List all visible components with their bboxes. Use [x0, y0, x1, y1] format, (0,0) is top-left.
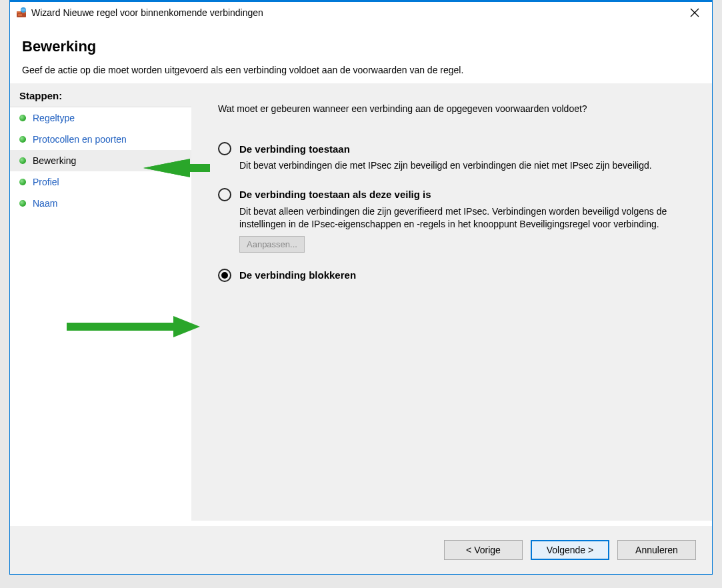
page-subtitle: Geef de actie op die moet worden uitgevo… [22, 65, 700, 75]
window-title: Wizard Nieuwe regel voor binnenkomende v… [31, 7, 680, 18]
step-dot-icon [19, 157, 26, 164]
titlebar: Wizard Nieuwe regel voor binnenkomende v… [10, 2, 712, 23]
step-label: Naam [33, 198, 57, 209]
option-label: De verbinding toestaan als deze veilig i… [239, 189, 431, 200]
wizard-header: Bewerking Geef de actie op die moet word… [10, 23, 712, 83]
radio-allow-secure[interactable] [218, 188, 231, 201]
step-regeltype[interactable]: Regeltype [10, 107, 191, 129]
step-label: Profiel [33, 177, 59, 187]
option-block: De verbinding blokkeren [218, 269, 693, 282]
step-dot-icon [19, 200, 26, 207]
radio-block[interactable] [218, 269, 231, 282]
step-label: Bewerking [33, 155, 76, 166]
svg-rect-3 [18, 14, 22, 16]
step-bewerking[interactable]: Bewerking [10, 150, 191, 171]
next-button[interactable]: Volgende > [531, 540, 609, 560]
option-label: De verbinding toestaan [239, 143, 350, 155]
radio-allow[interactable] [218, 142, 231, 155]
option-label: De verbinding blokkeren [239, 269, 356, 281]
customize-button: Aanpassen... [239, 236, 305, 253]
option-allow-secure: De verbinding toestaan als deze veilig i… [218, 188, 693, 253]
wizard-footer: < Vorige Volgende > Annuleren [10, 526, 712, 574]
option-description: Dit bevat alleen verbindingen die zijn g… [239, 205, 679, 231]
content-question: Wat moet er gebeuren wanneer een verbind… [218, 103, 693, 114]
step-dot-icon [19, 179, 26, 185]
cancel-button[interactable]: Annuleren [617, 540, 696, 560]
option-allow: De verbinding toestaan Dit bevat verbind… [218, 142, 693, 172]
step-dot-icon [19, 136, 26, 143]
firewall-icon [15, 7, 27, 19]
step-dot-icon [19, 115, 26, 121]
step-label: Regeltype [33, 113, 75, 123]
step-profiel[interactable]: Profiel [10, 171, 191, 193]
step-label: Protocollen en poorten [33, 134, 127, 145]
wizard-content: Wat moet er gebeuren wanneer een verbind… [191, 83, 712, 521]
step-naam[interactable]: Naam [10, 193, 191, 214]
back-button[interactable]: < Vorige [444, 540, 523, 560]
page-title: Bewerking [22, 38, 700, 55]
steps-heading: Stappen: [10, 83, 191, 107]
svg-rect-1 [17, 11, 21, 13]
close-button[interactable] [680, 3, 709, 23]
wizard-window: Wizard Nieuwe regel voor binnenkomende v… [9, 0, 713, 575]
wizard-body: Stappen: Regeltype Protocollen en poorte… [10, 83, 712, 521]
close-icon [690, 8, 699, 17]
step-protocollen[interactable]: Protocollen en poorten [10, 129, 191, 150]
steps-sidebar: Stappen: Regeltype Protocollen en poorte… [10, 83, 191, 521]
option-description: Dit bevat verbindingen die met IPsec zij… [239, 159, 679, 172]
